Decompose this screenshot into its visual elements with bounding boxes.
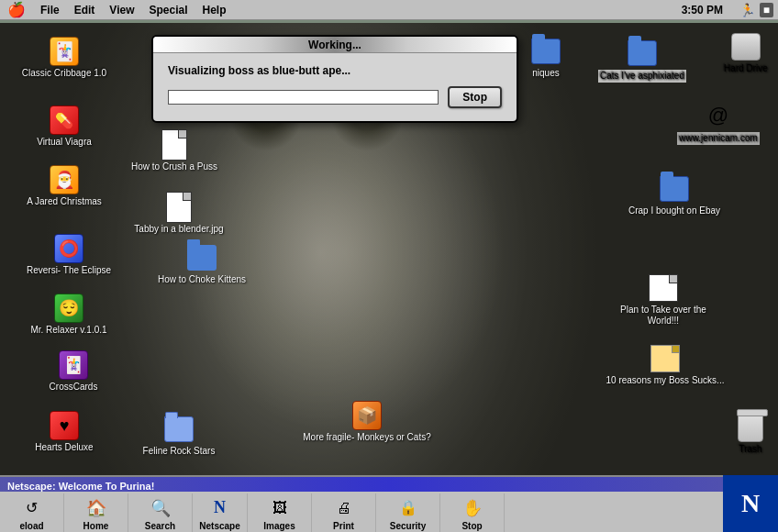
icon-virtual-viagra[interactable]: 💊 Virtual Viagra	[18, 105, 110, 148]
classic-cribbage-icon: 🃏	[50, 37, 79, 66]
tb-reload[interactable]: ↺ eload	[0, 493, 64, 532]
icon-cats-asphyxiated[interactable]: Cats I've asphixiated	[596, 39, 688, 83]
icon-how-to-crush[interactable]: How to Crush a Puss	[128, 130, 220, 172]
icon-crap-ebay[interactable]: Crap I bought on Ebay	[624, 174, 725, 216]
tb-netscape[interactable]: N Netscape	[193, 493, 248, 532]
icon-plan-world[interactable]: Plan to Take over the World!!!	[604, 273, 723, 327]
stop-button[interactable]: Stop	[448, 86, 502, 108]
icon-more-fragile[interactable]: 📦 More fragile- Monkeys or Cats?	[303, 401, 431, 443]
security-label: Security	[390, 521, 426, 531]
progress-bar	[168, 90, 439, 105]
mr-relaxer-label: Mr. Relaxer v.1.0.1	[30, 325, 106, 336]
hearts-deluxe-label: Hearts Deluxe	[35, 442, 93, 453]
techniques-icon	[531, 37, 561, 66]
desktop: 🍎 File Edit View Special Help 3:50 PM 🏃 …	[0, 0, 778, 532]
menu-right-icons: 🏃 ■	[739, 3, 773, 17]
stop-label: Stop	[461, 521, 482, 531]
apple-menu-item[interactable]: 🍎	[0, 0, 33, 20]
tb-security[interactable]: 🔒 Security	[376, 493, 440, 532]
icon-feline-rock-stars[interactable]: Feline Rock Stars	[128, 415, 229, 457]
icon-techniques[interactable]: niques	[509, 37, 583, 79]
jared-christmas-label: A Jared Christmas	[27, 196, 102, 207]
dialog-titlebar: Working...	[153, 37, 517, 53]
netscape-logo-area[interactable]: N	[723, 475, 778, 532]
netscape-n-logo: N	[741, 489, 760, 518]
reload-label: eload	[19, 521, 43, 531]
menu-view[interactable]: View	[102, 0, 141, 20]
menu-edit[interactable]: Edit	[67, 0, 103, 20]
clock-display: 3:50 PM	[682, 4, 723, 17]
dialog-title: Working...	[308, 39, 361, 51]
menu-special[interactable]: Special	[141, 0, 194, 20]
icon-how-to-choke[interactable]: How to Choke Kittens	[151, 243, 252, 285]
reversi-label: Reversi- The Eclipse	[27, 265, 111, 276]
cats-asphyxiated-icon	[628, 39, 657, 68]
search-label: Search	[145, 521, 175, 531]
crosscards-label: CrossCards	[50, 382, 98, 393]
cats-asphyxiated-label: Cats I've asphixiated	[598, 70, 686, 83]
icon-reversi[interactable]: ⭕ Reversi- The Eclipse	[18, 234, 119, 276]
crosscards-icon: 🃏	[59, 350, 88, 380]
reversi-icon: ⭕	[54, 234, 83, 263]
icon-hard-drive[interactable]: Hard Drive	[714, 32, 778, 74]
search-icon: 🔍	[150, 497, 172, 519]
hard-drive-icon	[731, 32, 761, 61]
tb-search[interactable]: 🔍 Search	[128, 493, 193, 532]
jennicam-icon: @	[704, 101, 733, 130]
hearts-deluxe-icon: ♥	[50, 411, 79, 440]
icon-tabby-blender[interactable]: Tabby in a blender.jpg	[128, 193, 229, 235]
icon-mr-relaxer[interactable]: 😌 Mr. Relaxer v.1.0.1	[18, 294, 119, 336]
jennicam-label: www.jennicam.com	[677, 132, 760, 145]
techniques-label: niques	[532, 68, 559, 79]
netscape-label: Netscape	[199, 521, 239, 531]
taskbar-title: Netscape: Welcome To Purina!	[0, 477, 778, 492]
menu-file[interactable]: File	[33, 0, 67, 20]
images-icon: 🖼	[269, 497, 291, 519]
more-fragile-label: More fragile- Monkeys or Cats?	[303, 432, 431, 443]
icon-10-reasons[interactable]: 10 reasons my Boss Sucks...	[606, 344, 725, 386]
working-dialog: Working... Visualizing boss as blue-butt…	[151, 35, 518, 123]
battery-icon: ■	[760, 3, 773, 17]
icon-trash[interactable]: Trash	[723, 413, 778, 455]
10-reasons-label: 10 reasons my Boss Sucks...	[606, 375, 725, 386]
how-to-choke-icon	[187, 243, 217, 272]
tb-home[interactable]: 🏠 Home	[64, 493, 128, 532]
how-to-choke-label: How to Choke Kittens	[158, 274, 246, 285]
images-label: Images	[263, 521, 295, 531]
jared-christmas-icon: 🎅	[50, 165, 79, 194]
virtual-viagra-icon: 💊	[50, 105, 79, 135]
icon-jennicam[interactable]: @ www.jennicam.com	[677, 101, 760, 145]
more-fragile-icon: 📦	[352, 401, 382, 430]
tb-stop[interactable]: ✋ Stop	[440, 493, 505, 532]
hard-drive-label: Hard Drive	[724, 63, 768, 74]
menu-help[interactable]: Help	[195, 0, 234, 20]
classic-cribbage-label: Classic Cribbage 1.0	[22, 68, 106, 79]
icon-a-jared-christmas[interactable]: 🎅 A Jared Christmas	[14, 165, 115, 207]
icon-crosscards[interactable]: 🃏 CrossCards	[23, 350, 124, 393]
tb-images[interactable]: 🖼 Images	[248, 493, 312, 532]
mr-relaxer-icon: 😌	[54, 294, 83, 323]
crap-ebay-label: Crap I bought on Ebay	[628, 205, 720, 216]
plan-world-label: Plan to Take over the World!!!	[604, 305, 723, 327]
menubar: 🍎 File Edit View Special Help 3:50 PM 🏃 …	[0, 0, 778, 20]
plan-world-icon	[649, 273, 678, 303]
taskbar: Netscape: Welcome To Purina! ↺ eload 🏠 H…	[0, 475, 778, 532]
runner-icon: 🏃	[739, 3, 755, 17]
tb-print[interactable]: 🖨 Print	[312, 493, 376, 532]
how-to-crush-icon	[160, 130, 189, 160]
home-label: Home	[83, 521, 109, 531]
virtual-viagra-label: Virtual Viagra	[37, 137, 92, 148]
icon-hearts-deluxe[interactable]: ♥ Hearts Deluxe	[18, 411, 110, 453]
icon-classic-cribbage[interactable]: 🃏 Classic Cribbage 1.0	[18, 37, 110, 79]
trash-label: Trash	[739, 444, 761, 455]
crap-ebay-icon	[660, 174, 689, 204]
tabby-blender-label: Tabby in a blender.jpg	[134, 224, 223, 235]
print-label: Print	[333, 521, 354, 531]
taskbar-buttons: ↺ eload 🏠 Home 🔍 Search N Netscape 🖼 Ima…	[0, 492, 778, 532]
tabby-blender-icon	[164, 193, 194, 222]
trash-icon	[736, 413, 765, 442]
reload-icon: ↺	[21, 497, 43, 519]
feline-rock-stars-icon	[164, 415, 194, 444]
security-icon: 🔒	[397, 497, 419, 519]
dialog-message: Visualizing boss as blue-butt ape...	[168, 64, 502, 77]
